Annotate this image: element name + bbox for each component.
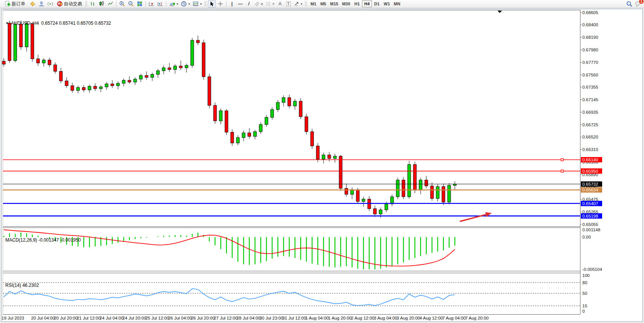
collapse-chart-icon[interactable]: ▼ xyxy=(5,21,9,25)
bar-chart-button[interactable] xyxy=(89,0,97,8)
rsi-tick-label: 80 xyxy=(582,280,587,285)
bear-candle xyxy=(145,76,148,78)
price-tick-label: 0.68400 xyxy=(582,22,598,27)
new-order-button[interactable]: 新订单 xyxy=(2,0,28,8)
notifications-button[interactable]: 1 xyxy=(634,0,642,8)
channel-tool-button[interactable]: E xyxy=(253,0,264,8)
bear-candle xyxy=(65,81,68,86)
trendline-tool-button[interactable]: / xyxy=(245,0,253,8)
label-tool-button[interactable]: T xyxy=(284,0,292,8)
chart-title: ▼ AUDUSD-,H4 0.65724 0.65741 0.65705 0.6… xyxy=(5,21,111,26)
bull-candle xyxy=(156,71,159,74)
timeframe-h4-button[interactable]: H4 xyxy=(362,0,372,7)
horizontal-line-tool-button[interactable]: — xyxy=(236,0,244,8)
zoom-in-icon xyxy=(119,1,125,7)
price-line-label: 0.65634 xyxy=(582,188,598,192)
time-tick-label: 20 Jul 04:00 xyxy=(31,316,55,320)
chart-shift-icon xyxy=(157,1,163,7)
time-tick-label: 7 Aug 20:00 xyxy=(465,316,488,320)
period-button[interactable]: ▾ xyxy=(180,0,191,8)
candlestick-chart-icon xyxy=(99,1,105,7)
price-tick-label: 0.68605 xyxy=(582,10,598,15)
search-button[interactable] xyxy=(625,0,634,8)
toolbar-separator xyxy=(166,1,166,7)
fibonacci-tool-button[interactable]: F xyxy=(265,0,276,8)
cursor-icon xyxy=(209,1,215,7)
bear-candle xyxy=(8,23,11,60)
timeframe-h1-button[interactable]: H1 xyxy=(352,0,362,7)
add-indicator-button[interactable]: ▾ xyxy=(168,0,179,8)
auto-scroll-button[interactable] xyxy=(147,0,156,8)
toolbar-grip[interactable] xyxy=(204,1,206,7)
crosshair-tool-button[interactable] xyxy=(216,0,225,8)
chart-ohlc-quote: 0.65724 0.65741 0.65705 0.65732 xyxy=(41,21,111,26)
bar-chart-icon xyxy=(90,1,96,7)
bull-candle xyxy=(77,88,80,91)
bear-candle xyxy=(94,86,97,89)
timeframe-m15-button[interactable]: M15 xyxy=(328,0,340,7)
metaeditor-button[interactable] xyxy=(29,0,37,8)
bear-candle xyxy=(442,186,445,202)
level-handle xyxy=(561,170,563,172)
bull-candle xyxy=(122,80,125,83)
bear-candle xyxy=(168,68,171,70)
gold-diamond-icon xyxy=(30,1,36,7)
bull-candle xyxy=(191,40,194,65)
timeframe-d1-button[interactable]: D1 xyxy=(372,0,382,7)
timeframe-mn-button[interactable]: MN xyxy=(392,0,402,7)
macd-indicator-label: MACD(12,26,9) -0.001347 -0.001950 xyxy=(5,237,81,243)
bear-candle xyxy=(179,66,182,68)
time-tick-label: 27 Jul 12:00 xyxy=(214,316,238,320)
bear-candle xyxy=(248,133,251,136)
time-tick-label: 26 Jul 04:00 xyxy=(168,316,192,320)
bull-candle xyxy=(42,60,45,63)
time-tick-label: 31 Jul 12:00 xyxy=(282,316,306,320)
bear-candle xyxy=(288,98,291,106)
cursor-tool-button[interactable] xyxy=(208,0,216,8)
bull-candle xyxy=(162,68,165,71)
bull-candle xyxy=(282,98,285,103)
shapes-tool-button[interactable]: ▾ xyxy=(293,0,303,8)
timeframe-m5-button[interactable]: M5 xyxy=(318,0,328,7)
toolbar-grip[interactable] xyxy=(305,1,307,7)
text-tool-button[interactable]: A xyxy=(276,0,284,8)
template-button[interactable]: ▾ xyxy=(191,0,203,8)
bull-candle xyxy=(293,101,296,106)
price-line-label: 0.65407 xyxy=(582,201,598,206)
label-tool-icon: T xyxy=(286,2,291,6)
bear-candle xyxy=(111,84,114,86)
bull-candle xyxy=(253,132,257,137)
auto-trading-label: 自动交易 xyxy=(64,1,82,7)
line-chart-button[interactable] xyxy=(106,0,115,8)
tile-windows-button[interactable] xyxy=(135,0,144,8)
candlestick-chart-button[interactable] xyxy=(97,0,106,8)
dropdown-caret-icon: ▾ xyxy=(188,2,190,6)
time-tick-label: 19 Jul 2023 xyxy=(2,316,24,320)
bull-candle xyxy=(242,133,245,138)
bull-candle xyxy=(265,117,268,124)
signal-icon xyxy=(47,1,53,7)
timeframe-w1-button[interactable]: W1 xyxy=(382,0,392,7)
chart-shift-button[interactable] xyxy=(156,0,164,8)
bear-candle xyxy=(214,105,217,121)
line-chart-icon xyxy=(107,1,113,7)
toolbar-grip[interactable] xyxy=(85,1,87,7)
new-order-label: 新订单 xyxy=(12,1,26,7)
bull-candle xyxy=(436,186,439,198)
new-order-icon xyxy=(5,1,11,7)
clock-icon xyxy=(181,1,187,7)
bear-candle xyxy=(31,24,34,59)
auto-trading-button[interactable]: 自动交易 xyxy=(55,0,84,8)
vertical-line-tool-button[interactable]: | xyxy=(228,0,236,8)
time-tick-label: 1 Aug 20:00 xyxy=(328,316,351,320)
zoom-in-button[interactable] xyxy=(118,0,126,8)
market-watch-button[interactable] xyxy=(37,0,46,8)
chart-canvas[interactable]: 0.686050.684000.681900.679800.677700.675… xyxy=(0,0,644,323)
timeframe-m1-button[interactable]: M1 xyxy=(308,0,318,7)
zoom-out-button[interactable] xyxy=(127,0,135,8)
bull-candle xyxy=(105,84,108,87)
bear-candle xyxy=(328,155,331,158)
timeframe-m30-button[interactable]: M30 xyxy=(340,0,352,7)
signals-button[interactable] xyxy=(46,0,54,8)
time-axis[interactable]: 19 Jul 202320 Jul 04:0020 Jul 20:0021 Ju… xyxy=(2,316,489,320)
